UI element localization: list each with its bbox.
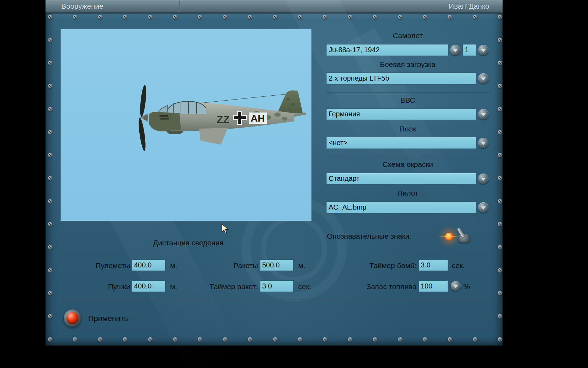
- rivet: [148, 337, 153, 342]
- title-bar: Вооружение Иван''Данко: [46, 0, 503, 13]
- rivet: [98, 15, 103, 19]
- machineguns-label: Пулеметы: [70, 261, 130, 270]
- rivet: [273, 15, 278, 19]
- rocket-timer-unit: сек.: [298, 282, 311, 291]
- rivet: [498, 38, 502, 42]
- aircraft-illustration: ZZ AH: [61, 29, 312, 221]
- paint-scheme-section-label: Схема окраски: [337, 160, 478, 169]
- pilot-dropdown[interactable]: AC_AL.bmp: [326, 202, 476, 213]
- pilot-section-label: Пилот: [337, 189, 478, 197]
- rivet: [173, 15, 177, 19]
- airforce-dropdown-arrow-icon[interactable]: [478, 109, 489, 120]
- rivet: [498, 199, 502, 204]
- markings-toggle-switch[interactable]: [458, 234, 470, 243]
- fuel-label: Запас топлива: [343, 282, 416, 291]
- aircraft-dropdown-arrow-icon[interactable]: [450, 45, 461, 55]
- engine-nacelle: [149, 112, 181, 131]
- rockets-unit: м.: [298, 261, 305, 270]
- rockets-label: Ракеты: [196, 261, 258, 270]
- antenna-wire: [198, 94, 292, 103]
- loadout-dropdown-arrow-icon[interactable]: [478, 73, 489, 84]
- rivet: [48, 38, 52, 42]
- markings-label: Опознавательные знаки:: [327, 232, 412, 240]
- rivet: [48, 15, 52, 19]
- title-bar-divider: [179, 1, 180, 12]
- rivet: [48, 337, 52, 342]
- rivet: [223, 15, 227, 19]
- aircraft-count-field[interactable]: 1: [462, 44, 476, 56]
- aircraft-count-arrow-icon[interactable]: [478, 45, 489, 55]
- bomb-timer-input[interactable]: [419, 259, 448, 271]
- player-name: Иван''Данко: [449, 0, 489, 13]
- paint-scheme-dropdown-arrow-icon[interactable]: [478, 173, 489, 184]
- rivet: [273, 337, 278, 342]
- screen: Вооружение Иван''Данко: [0, 0, 588, 368]
- markings-indicator-lamp-icon: [445, 233, 453, 240]
- rivet: [498, 130, 502, 135]
- rivet: [48, 268, 52, 273]
- rocket-timer-input[interactable]: [260, 280, 294, 292]
- rivet: [298, 337, 302, 342]
- airforce-dropdown[interactable]: Германия: [326, 108, 476, 120]
- aircraft-dropdown[interactable]: Ju-88a-17, 1942: [326, 44, 449, 56]
- rivet: [498, 314, 502, 319]
- apply-button[interactable]: [64, 309, 81, 327]
- rivet: [48, 314, 52, 319]
- section-divider: [326, 93, 489, 93]
- rocket-timer-label: Таймер ракет:: [189, 282, 258, 291]
- rivet: [423, 15, 427, 19]
- rivet: [48, 84, 52, 88]
- rivet: [298, 15, 302, 19]
- rivet: [48, 245, 52, 250]
- fuel-input[interactable]: [419, 280, 448, 292]
- rivet: [423, 337, 427, 342]
- rivet: [348, 15, 352, 19]
- regiment-dropdown-arrow-icon[interactable]: [478, 138, 489, 148]
- loadout-dropdown[interactable]: 2 x торпеды LTF5b: [326, 73, 476, 84]
- rivet: [473, 15, 477, 19]
- rivet: [223, 337, 227, 342]
- bomb-timer-label: Таймер бомб:: [346, 261, 416, 270]
- tail-fin: [277, 90, 303, 114]
- cannons-input[interactable]: [132, 280, 166, 292]
- paint-scheme-dropdown[interactable]: Стандарт: [326, 173, 476, 185]
- rivet: [348, 337, 352, 342]
- rockets-input[interactable]: [260, 259, 294, 271]
- rivet: [398, 15, 402, 19]
- aircraft-preview: ZZ AH: [61, 29, 312, 221]
- rivet: [498, 84, 502, 88]
- page-title: Вооружение: [61, 0, 103, 13]
- cannons-unit: м.: [170, 282, 177, 291]
- machineguns-input[interactable]: [132, 259, 166, 271]
- rivet: [48, 176, 52, 180]
- section-divider: [326, 157, 489, 157]
- rivet: [98, 337, 103, 342]
- bottom-divider: [61, 300, 490, 300]
- fuel-spinner-arrow-icon[interactable]: [451, 281, 461, 291]
- tactical-code-right: AH: [251, 113, 265, 124]
- pilot-dropdown-arrow-icon[interactable]: [478, 202, 489, 213]
- aircraft-section-label: Самолет: [337, 32, 478, 40]
- cannons-label: Пушки: [70, 282, 130, 291]
- regiment-section-label: Полк: [337, 125, 478, 133]
- rivet: [498, 268, 502, 273]
- fuel-unit: %: [463, 282, 470, 291]
- regiment-dropdown[interactable]: <нет>: [326, 137, 476, 149]
- propeller: [137, 85, 148, 151]
- rivet: [48, 107, 52, 111]
- apply-button-knob-icon: [66, 312, 78, 324]
- machineguns-unit: м.: [170, 261, 177, 270]
- rivet: [173, 337, 177, 342]
- rivet: [498, 176, 502, 180]
- rivet: [48, 199, 52, 204]
- rivet: [48, 130, 52, 135]
- airforce-section-label: ВВС: [337, 96, 478, 104]
- convergence-title: Дистанция сведения: [131, 239, 246, 247]
- apply-label: Применить: [88, 314, 128, 323]
- rivet: [498, 245, 502, 250]
- loadout-section-label: Боевая загрузка: [337, 60, 478, 69]
- rivet: [498, 107, 502, 111]
- rivet: [473, 337, 477, 342]
- tactical-code-left: ZZ: [217, 114, 230, 125]
- rivet: [398, 337, 402, 342]
